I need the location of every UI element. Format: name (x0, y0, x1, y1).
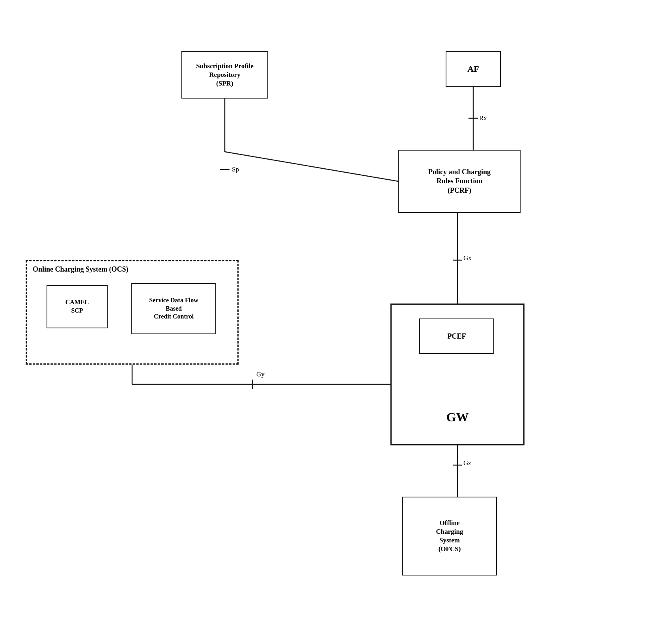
sdf-credit-box: Service Data FlowBasedCredit Control (131, 283, 216, 334)
spr-box: Subscription Profile Repository (SPR) (181, 51, 268, 99)
rx-label: Rx (479, 114, 487, 122)
gy-label: Gy (256, 371, 265, 378)
pcef-box: PCEF (419, 318, 494, 354)
sdf-credit-label: Service Data FlowBasedCredit Control (149, 296, 198, 321)
pcef-label: PCEF (448, 332, 466, 341)
svg-line-1 (225, 152, 398, 181)
sp-label: Sp (232, 166, 239, 173)
camel-scp-box: CAMELSCP (47, 285, 108, 328)
gx-label: Gx (463, 254, 472, 262)
af-box: AF (446, 51, 501, 87)
camel-scp-label: CAMELSCP (65, 298, 89, 315)
ofcs-label: OfflineChargingSystem(OFCS) (436, 519, 463, 553)
gz-label: Gz (463, 459, 471, 467)
gw-outer-box: PCEF GW (390, 304, 525, 445)
af-label: AF (467, 63, 479, 75)
gw-label: GW (392, 410, 523, 425)
ofcs-box: OfflineChargingSystem(OFCS) (402, 497, 497, 575)
pcrf-label: Policy and ChargingRules Function(PCRF) (428, 168, 491, 195)
ocs-dashed-box: Online Charging System (OCS) CAMELSCP Se… (26, 260, 239, 365)
spr-label: Subscription Profile Repository (SPR) (196, 62, 254, 88)
pcrf-box: Policy and ChargingRules Function(PCRF) (398, 150, 521, 213)
diagram-container: Subscription Profile Repository (SPR) AF… (0, 0, 672, 622)
ocs-label: Online Charging System (OCS) (33, 265, 129, 274)
